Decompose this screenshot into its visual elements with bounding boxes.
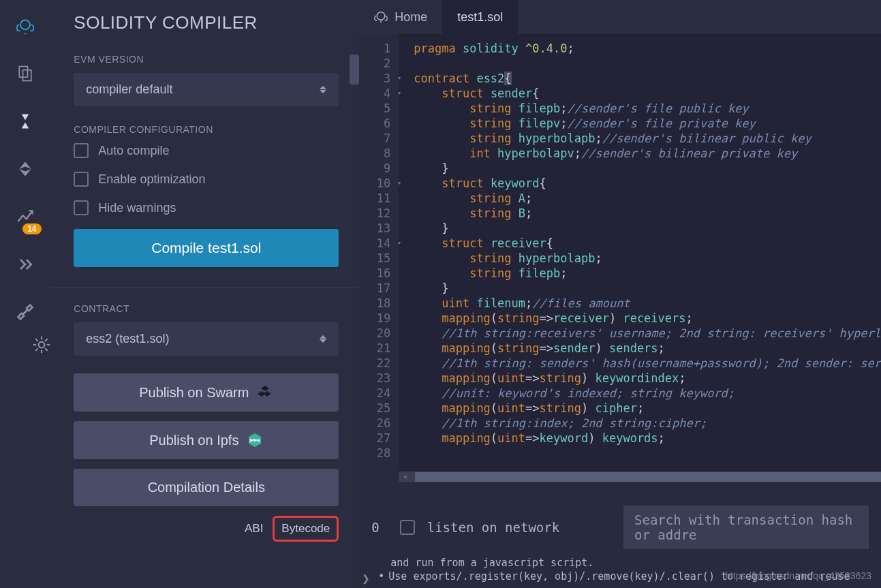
checkbox-icon (74, 143, 89, 158)
bytecode-button[interactable]: Bytecode (273, 516, 339, 542)
enable-optimization-checkbox[interactable]: Enable optimization (74, 172, 339, 187)
evm-version-value: compiler default (86, 82, 172, 97)
watermark: https://blog.csdn.net/qq_43533623 (725, 570, 871, 581)
contract-label: CONTRACT (74, 303, 339, 314)
svg-line-9 (45, 348, 48, 351)
home-icon (374, 10, 388, 24)
compile-button[interactable]: Compile test1.sol (74, 229, 339, 267)
select-caret-icon (320, 86, 326, 93)
enable-optimization-label: Enable optimization (98, 172, 205, 187)
compilation-details-button[interactable]: Compilation Details (74, 469, 339, 506)
tab-file-label: test1.sol (457, 10, 503, 25)
main: Home test1.sol 1234567891011121314151617… (359, 0, 881, 588)
evm-version-label: EVM VERSION (74, 54, 339, 65)
debugger-icon[interactable] (14, 253, 36, 275)
compiler-config-label: COMPILER CONFIGURATION (74, 124, 339, 135)
footer-row: ABI Bytecode (74, 516, 339, 542)
tab-file[interactable]: test1.sol (442, 0, 518, 34)
svg-point-3 (39, 342, 45, 348)
select-caret-icon (320, 335, 326, 343)
code-editor[interactable]: 1234567891011121314151617181920212223242… (359, 34, 881, 482)
tab-home-label: Home (395, 10, 427, 25)
divider (50, 288, 359, 288)
publish-swarm-label: Publish on Swarm (139, 385, 249, 401)
publish-ipfs-label: Publish on Ipfs (149, 433, 238, 448)
publish-ipfs-button[interactable]: Publish on Ipfs IPFS (74, 421, 339, 459)
tx-count: 0 (371, 520, 379, 535)
evm-version-select[interactable]: compiler default (74, 73, 339, 106)
contract-value: ess2 (test1.sol) (86, 332, 169, 346)
solidity-icon[interactable] (14, 110, 36, 132)
sidebar-title: SOLIDITY COMPILER (74, 12, 339, 33)
svg-line-11 (35, 348, 38, 351)
scrollbar-thumb[interactable] (415, 472, 881, 482)
ipfs-icon: IPFS (247, 432, 263, 448)
auto-compile-checkbox[interactable]: Auto compile (74, 143, 339, 158)
svg-line-10 (45, 339, 48, 341)
tx-search-input[interactable]: Search with transaction hash or addre (623, 506, 869, 549)
checkbox-icon (74, 172, 89, 187)
code-area[interactable]: pragma solidity ^0.4.0;contract ess2{ st… (399, 34, 881, 482)
plugin-icon[interactable] (14, 301, 36, 323)
swarm-icon (257, 384, 273, 401)
tab-home[interactable]: Home (359, 0, 442, 34)
horizontal-scrollbar[interactable]: « (399, 471, 881, 482)
hide-warnings-label: Hide warnings (98, 201, 176, 215)
auto-compile-label: Auto compile (98, 144, 169, 158)
deploy-icon[interactable] (14, 158, 36, 180)
abi-button[interactable]: ABI (245, 522, 263, 536)
svg-point-13 (377, 12, 385, 20)
settings-icon[interactable] (31, 334, 52, 356)
svg-point-0 (20, 20, 30, 29)
icon-rail: 14 (0, 0, 50, 588)
svg-text:IPFS: IPFS (250, 438, 261, 443)
contract-select[interactable]: ess2 (test1.sol) (74, 322, 339, 356)
listen-label: listen on network (427, 520, 559, 535)
scrollbar-thumb[interactable] (350, 55, 359, 84)
publish-swarm-button[interactable]: Publish on Swarm (74, 373, 339, 412)
files-icon[interactable] (14, 63, 36, 84)
scroll-left-icon[interactable]: « (399, 471, 412, 482)
svg-line-8 (35, 339, 38, 341)
hide-warnings-checkbox[interactable]: Hide warnings (74, 200, 339, 215)
badge-count: 14 (22, 223, 41, 234)
chevron-right-icon[interactable]: ❯ (362, 573, 370, 584)
listen-checkbox[interactable] (400, 520, 415, 535)
logo-icon[interactable] (14, 15, 36, 37)
analysis-icon[interactable]: 14 (14, 206, 36, 228)
sidebar: SOLIDITY COMPILER EVM VERSION compiler d… (50, 0, 359, 588)
line-gutter: 1234567891011121314151617181920212223242… (359, 34, 399, 482)
checkbox-icon (74, 200, 89, 215)
tabs: Home test1.sol (359, 0, 881, 34)
